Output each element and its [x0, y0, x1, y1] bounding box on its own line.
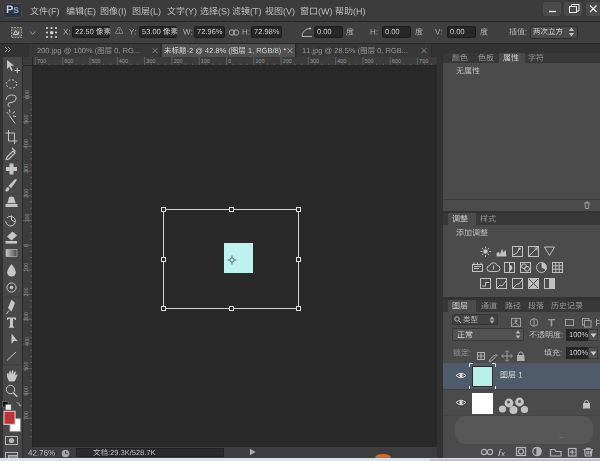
svg-text:500: 500: [24, 115, 30, 124]
svg-text:100: 100: [24, 213, 30, 222]
svg-text:200: 200: [24, 287, 30, 296]
svg-text:400: 400: [119, 58, 128, 64]
svg-text:400: 400: [337, 58, 346, 64]
svg-text:200: 200: [173, 58, 182, 64]
svg-text:300: 300: [24, 312, 30, 321]
svg-text:400: 400: [24, 337, 30, 346]
svg-text:200: 200: [283, 58, 292, 64]
svg-text:400: 400: [24, 139, 30, 148]
svg-text:500: 500: [24, 362, 30, 371]
svg-text:300: 300: [24, 164, 30, 173]
svg-text:500: 500: [365, 58, 374, 64]
svg-text:300: 300: [146, 58, 155, 64]
svg-text:100: 100: [24, 263, 30, 272]
svg-text:100: 100: [201, 58, 210, 64]
svg-text:0: 0: [24, 244, 30, 247]
svg-text:600: 600: [24, 90, 30, 99]
svg-text:700: 700: [419, 58, 428, 64]
svg-text:700: 700: [24, 411, 30, 420]
svg-text:600: 600: [24, 386, 30, 395]
svg-text:200: 200: [24, 189, 30, 198]
svg-text:600: 600: [64, 58, 73, 64]
svg-text:500: 500: [92, 58, 101, 64]
svg-text:0: 0: [228, 58, 231, 64]
svg-text:100: 100: [255, 58, 264, 64]
svg-text:300: 300: [310, 58, 319, 64]
svg-text:600: 600: [392, 58, 401, 64]
svg-text:700: 700: [37, 58, 46, 64]
